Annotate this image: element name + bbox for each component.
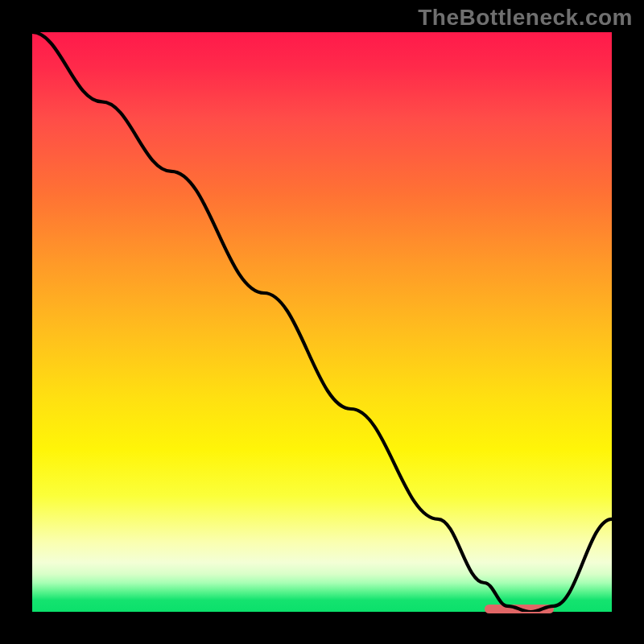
bottleneck-curve bbox=[32, 32, 612, 612]
plot-area bbox=[32, 32, 612, 612]
curve-path bbox=[32, 32, 612, 612]
chart-frame: TheBottleneck.com bbox=[0, 0, 644, 644]
watermark-text: TheBottleneck.com bbox=[418, 5, 633, 31]
